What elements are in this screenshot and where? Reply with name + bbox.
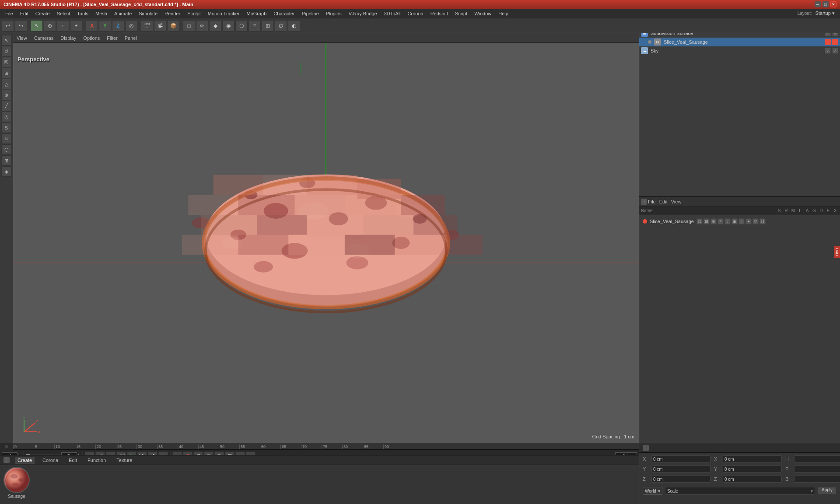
menu-plugins[interactable]: Plugins — [322, 10, 345, 17]
tool-move[interactable]: ↖ — [1, 35, 12, 46]
menu-simulate[interactable]: Simulate — [135, 10, 161, 17]
tool-y[interactable]: Y — [99, 20, 111, 32]
menu-3dtoall[interactable]: 3DToAll — [381, 10, 404, 17]
tool-cube[interactable]: □ — [183, 20, 195, 32]
menu-tools[interactable]: Tools — [74, 10, 92, 17]
attr-row-sausage[interactable]: Slice_Veal_Sausage □ ⊟ ⊘ ≡ : ◉ ○ ● ▽ ℍ — [641, 217, 838, 226]
tool-hex[interactable]: ⬡ — [1, 144, 12, 155]
apply-button[interactable]: Apply — [818, 487, 836, 495]
world-dropdown[interactable]: World ▾ — [643, 487, 662, 495]
attr-icon-tag[interactable]: ⊘ — [710, 218, 717, 224]
tool-light[interactable]: ∅ — [275, 20, 287, 32]
pos-y-input[interactable] — [651, 466, 710, 472]
attr-icon-h[interactable]: ℍ — [760, 218, 766, 224]
tool-magnet[interactable]: ≋ — [1, 133, 12, 144]
attr-menu-view[interactable]: View — [671, 199, 682, 204]
obj-tag-sky2[interactable]: ✓ — [832, 48, 838, 54]
close-button[interactable]: ✕ — [830, 1, 836, 7]
viewport-menu-filter[interactable]: Filter — [107, 35, 117, 41]
tool-half[interactable]: ◐ — [288, 20, 300, 32]
tool-z[interactable]: Z — [112, 20, 124, 32]
viewport-menu-options[interactable]: Options — [83, 35, 100, 41]
maximize-button[interactable]: □ — [822, 1, 829, 7]
obj-tag-sky1[interactable]: ✓ — [825, 48, 831, 54]
tool-paint[interactable]: ◈ — [1, 166, 12, 177]
size-x-input[interactable] — [723, 455, 782, 462]
menu-render[interactable]: Render — [161, 10, 184, 17]
attr-icon-triangle[interactable]: ▽ — [752, 218, 759, 224]
menu-corona[interactable]: Corona — [404, 10, 427, 17]
redo-button[interactable]: ↪ — [15, 20, 27, 32]
attr-icon-mtl[interactable]: ⊟ — [704, 218, 710, 224]
tool-select[interactable]: ↖ — [31, 20, 43, 32]
menu-motion-tracker[interactable]: Motion Tracker — [204, 10, 243, 17]
tool-plus[interactable]: + — [70, 20, 82, 32]
tool-subdiv[interactable]: ◆ — [209, 20, 221, 32]
tool-live-selection[interactable]: ⊕ — [44, 20, 56, 32]
attr-icon-dot2[interactable]: ○ — [738, 218, 745, 224]
obj-expand-sausage[interactable] — [648, 40, 651, 44]
menu-animate[interactable]: Animate — [111, 10, 135, 17]
attr-icon-colon[interactable]: : — [724, 218, 731, 224]
attr-menu-edit[interactable]: Edit — [659, 199, 668, 204]
menu-mograph[interactable]: MoGraph — [243, 10, 270, 17]
mat-tab-edit[interactable]: Edit — [66, 457, 80, 464]
tool-spline[interactable]: ◉ — [222, 20, 234, 32]
menu-vray-bridge[interactable]: V-Ray Bridge — [345, 10, 381, 17]
tool-line[interactable]: ╱ — [1, 101, 12, 111]
undo-button[interactable]: ↩ — [2, 20, 14, 32]
obj-tag-red1[interactable] — [825, 39, 831, 45]
tool-sweep[interactable]: ⬡ — [235, 20, 248, 32]
tool-snap[interactable]: ◎ — [1, 112, 12, 122]
tool-render-settings[interactable]: 📦 — [167, 20, 179, 32]
menu-help[interactable]: Help — [495, 10, 512, 17]
menu-redshift[interactable]: Redshift — [427, 10, 452, 17]
tool-render-view[interactable]: 📽 — [154, 20, 166, 32]
minimize-button[interactable]: ─ — [815, 1, 821, 7]
menu-character[interactable]: Character — [270, 10, 298, 17]
pos-z-input[interactable] — [651, 476, 710, 483]
object-row-sausage[interactable]: ⊘ Slice_Veal_Sausage — [639, 38, 840, 46]
viewport-menu-cameras[interactable]: Cameras — [34, 35, 54, 41]
menu-pipeline[interactable]: Pipeline — [298, 10, 322, 17]
mat-tab-create[interactable]: Create — [15, 457, 35, 464]
tool-rotate[interactable]: ↺ — [1, 46, 12, 56]
tool-target[interactable]: ◎ — [125, 20, 137, 32]
tool-pen[interactable]: ✏ — [196, 20, 208, 32]
viewport-canvas[interactable]: Perspective Grid Spacing : 1 cm Z X Y — [13, 43, 639, 443]
tool-s[interactable]: S — [1, 122, 12, 133]
rot-p-input[interactable] — [794, 466, 840, 472]
object-row-sky[interactable]: ☁ Sky ✓ ✓ — [639, 46, 840, 55]
menu-select[interactable]: Select — [53, 10, 74, 17]
tool-edge[interactable]: ⊕ — [1, 90, 12, 100]
viewport-menu-panel[interactable]: Panel — [125, 35, 137, 41]
tool-scale[interactable]: ⇱ — [1, 57, 12, 67]
mat-tab-corona[interactable]: Corona — [40, 457, 61, 464]
menu-mesh[interactable]: Mesh — [92, 10, 111, 17]
rot-b-input[interactable] — [794, 476, 840, 483]
tool-render-region[interactable]: 🎬 — [141, 20, 153, 32]
obj-tag-red2[interactable] — [832, 39, 838, 45]
tool-plane[interactable]: ≡ — [248, 20, 261, 32]
menu-script[interactable]: Script — [452, 10, 471, 17]
size-z-input[interactable] — [723, 476, 782, 483]
rot-h-input[interactable] — [794, 455, 840, 462]
pos-x-input[interactable] — [651, 455, 710, 462]
viewport-menu-view[interactable]: View — [17, 35, 27, 41]
tool-polygon[interactable]: △ — [1, 79, 12, 89]
attr-icon-dot1[interactable]: ◉ — [732, 218, 738, 224]
attr-icon-obj[interactable]: □ — [696, 218, 703, 224]
tool-object-axis[interactable]: ⊞ — [1, 68, 12, 78]
tool-grid[interactable]: ⊞ — [1, 155, 12, 166]
viewport-menu-display[interactable]: Display — [60, 35, 76, 41]
tool-x[interactable]: X — [86, 20, 98, 32]
attr-menu-file[interactable]: File — [648, 199, 656, 204]
attr-icon-list[interactable]: ≡ — [718, 218, 724, 224]
mat-tab-texture[interactable]: Texture — [114, 457, 135, 464]
menu-file[interactable]: File — [2, 10, 17, 17]
menu-create[interactable]: Create — [32, 10, 53, 17]
tool-circle-selection[interactable]: ○ — [57, 20, 69, 32]
menu-sculpt[interactable]: Sculpt — [184, 10, 204, 17]
mat-tab-function[interactable]: Function — [85, 457, 108, 464]
menu-edit[interactable]: Edit — [17, 10, 32, 17]
